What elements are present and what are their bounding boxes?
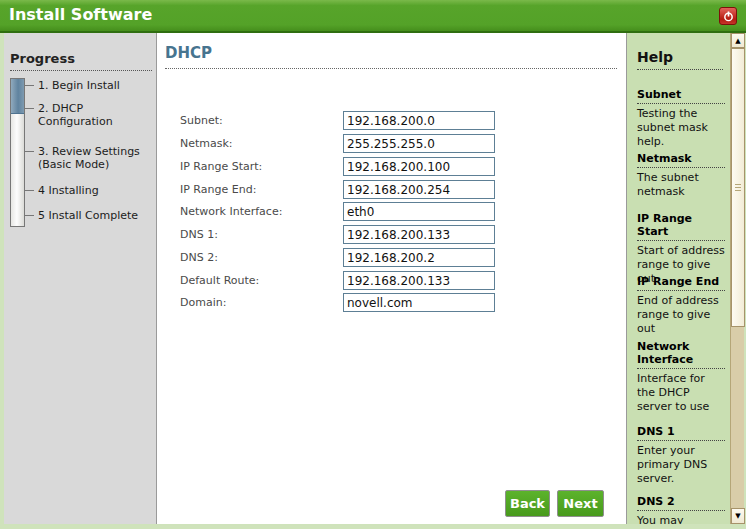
install-wizard-window: Install Software Progress 1. Begin Insta… xyxy=(0,0,746,529)
help-heading: Help xyxy=(637,49,723,70)
progress-step-dhcp-configuration: 2. DHCP Configuration xyxy=(38,102,155,128)
help-section-dns2: DNS 2 You may specify a xyxy=(637,495,725,524)
up-arrow-icon: ▲ xyxy=(735,37,740,45)
scrollbar-thumb-grip xyxy=(735,184,741,191)
down-arrow-icon: ▼ xyxy=(735,512,740,520)
dns1-field[interactable] xyxy=(343,225,495,244)
scroll-down-button[interactable]: ▼ xyxy=(731,508,745,524)
help-section-title: DNS 1 xyxy=(637,425,725,441)
progress-step-begin-install: 1. Begin Install xyxy=(38,79,155,92)
dns2-label: DNS 2: xyxy=(180,248,218,267)
progress-heading: Progress xyxy=(10,51,152,71)
help-section-body: Testing the subnet mask help. xyxy=(637,107,725,149)
netmask-label: Netmask: xyxy=(180,134,233,153)
help-section-title: IP Range Start xyxy=(637,212,725,241)
step-tick xyxy=(25,215,34,216)
progress-step-review-settings: 3. Review Settings (Basic Mode) xyxy=(38,145,155,171)
subnet-field[interactable] xyxy=(343,111,495,130)
help-section-body: The subnet netmask xyxy=(637,171,725,199)
ip-range-start-field[interactable] xyxy=(343,157,495,176)
back-button[interactable]: Back xyxy=(505,490,550,517)
help-section-ip-range-end: IP Range End End of address range to giv… xyxy=(637,275,725,336)
dns2-field[interactable] xyxy=(343,248,495,267)
help-section-body: Interface for the DHCP server to use xyxy=(637,372,725,414)
power-close-button[interactable] xyxy=(719,7,737,25)
progress-bar xyxy=(10,78,25,227)
help-section-body: You may specify a xyxy=(637,514,725,524)
netmask-field[interactable] xyxy=(343,134,495,153)
help-section-body: End of address range to give out xyxy=(637,294,725,336)
help-panel: Help Subnet Testing the subnet mask help… xyxy=(627,33,730,524)
step-tick xyxy=(25,108,34,109)
ip-range-end-field[interactable] xyxy=(343,180,495,199)
step-tick xyxy=(25,190,34,191)
progress-step-install-complete: 5 Install Complete xyxy=(38,209,155,222)
progress-step-installing: 4 Installing xyxy=(38,184,155,197)
step-tick xyxy=(25,85,34,86)
next-button[interactable]: Next xyxy=(557,490,604,517)
default-route-field[interactable] xyxy=(343,271,495,290)
window-title: Install Software xyxy=(9,5,152,24)
network-interface-label: Network Interface: xyxy=(180,202,282,221)
domain-label: Domain: xyxy=(180,293,226,312)
ip-range-start-label: IP Range Start: xyxy=(180,157,262,176)
page-title: DHCP xyxy=(165,44,617,69)
network-interface-field[interactable] xyxy=(343,202,495,221)
help-section-netmask: Netmask The subnet netmask xyxy=(637,152,725,199)
progress-bar-fill xyxy=(11,79,24,114)
title-bar: Install Software xyxy=(0,0,746,33)
dns1-label: DNS 1: xyxy=(180,225,218,244)
subnet-label: Subnet: xyxy=(180,111,223,130)
ip-range-end-label: IP Range End: xyxy=(180,180,256,199)
scrollbar-thumb[interactable] xyxy=(731,48,745,327)
help-section-title: Netmask xyxy=(637,152,725,168)
help-section-body: Enter your primary DNS server. xyxy=(637,444,725,486)
scroll-up-button[interactable]: ▲ xyxy=(731,33,745,48)
progress-sidebar: Progress 1. Begin Install 2. DHCP Config… xyxy=(4,33,157,524)
default-route-label: Default Route: xyxy=(180,271,259,290)
help-scrollbar[interactable]: ▲ ▼ xyxy=(730,33,744,524)
power-icon xyxy=(723,7,734,26)
domain-field[interactable] xyxy=(343,293,495,312)
help-section-title: Network Interface xyxy=(637,340,725,369)
help-section-subnet: Subnet Testing the subnet mask help. xyxy=(637,88,725,149)
help-section-dns1: DNS 1 Enter your primary DNS server. xyxy=(637,425,725,486)
help-section-title: Subnet xyxy=(637,88,725,104)
help-section-title: IP Range End xyxy=(637,275,725,291)
help-section-title: DNS 2 xyxy=(637,495,725,511)
main-content: DHCP Subnet: Netmask: IP Range Start: IP… xyxy=(157,33,627,524)
step-tick xyxy=(25,151,34,152)
help-section-network-interface: Network Interface Interface for the DHCP… xyxy=(637,340,725,414)
